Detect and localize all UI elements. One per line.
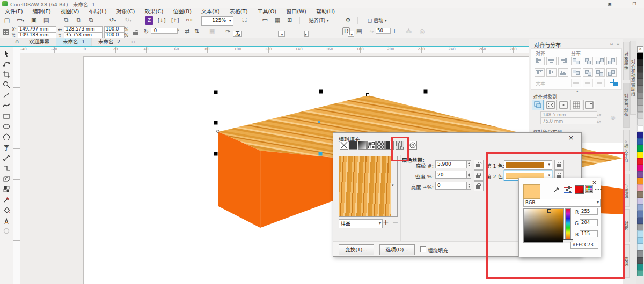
zoom-tool[interactable] [1, 80, 12, 91]
palette-swatch[interactable] [637, 86, 643, 92]
brightness-lock[interactable] [474, 181, 484, 191]
dialog-close-icon[interactable]: × [568, 134, 574, 141]
texture-preview-expander[interactable]: ▾ [391, 156, 398, 217]
distribute-spacing-h-button[interactable] [595, 57, 605, 65]
palette-swatch[interactable] [637, 92, 643, 99]
save-icon[interactable]: ▣ [29, 16, 39, 25]
drop-shadow-tool[interactable] [1, 174, 12, 184]
palette-swatch[interactable] [637, 125, 643, 132]
menu-item[interactable]: 对象(C) [112, 8, 140, 15]
texture-number-spinner[interactable] [466, 160, 471, 168]
palette-swatch[interactable] [637, 138, 643, 145]
text-wrap-icon[interactable]: ▤ [356, 28, 362, 35]
brightness-spinner[interactable] [466, 182, 471, 190]
close-curve-icon[interactable]: D [342, 27, 350, 35]
smart-fill-tool[interactable] [1, 226, 12, 237]
distribute-left-button[interactable] [571, 57, 581, 65]
palette-swatch[interactable] [637, 112, 643, 118]
x-position-input[interactable]: 149.797 mm [18, 26, 56, 32]
home-icon[interactable]: ⌂ [15, 38, 19, 45]
cut-icon[interactable]: ⧉ [61, 16, 71, 25]
texture-preview[interactable] [339, 156, 392, 217]
new-tab-button[interactable]: ▫ [129, 38, 138, 46]
copy-icon[interactable]: ⧉ [74, 16, 84, 25]
show-guidelines-icon[interactable]: ⊞ [285, 16, 295, 25]
distribute-middle-v-button[interactable] [583, 68, 593, 77]
redo-icon[interactable]: ↻▾ [122, 16, 135, 25]
tab-alignment-guides[interactable]: 对齐和动态辅助线 [630, 41, 636, 115]
menu-item[interactable]: 文本(X) [196, 8, 225, 15]
import-icon[interactable]: [↓] [156, 16, 167, 25]
open-icon[interactable]: ▭▾ [14, 16, 26, 25]
mesh-fill-tool[interactable] [1, 184, 12, 195]
palette-swatch[interactable] [637, 198, 643, 204]
palette-swatch[interactable] [637, 132, 643, 138]
transform-button[interactable]: 变换(T)... [339, 244, 374, 255]
menu-item[interactable]: 编辑(E) [28, 8, 56, 15]
palette-swatch[interactable] [637, 59, 643, 66]
uniform-fill-icon[interactable] [349, 141, 357, 150]
account-icon[interactable]: ▣ [604, 2, 615, 6]
top-node-handle[interactable] [367, 94, 369, 96]
show-grid-icon[interactable]: ▦ [273, 16, 282, 25]
texture-number-input[interactable]: 5,900 [435, 160, 467, 168]
align-to-grid-button[interactable] [570, 100, 582, 110]
palette-swatch[interactable] [637, 72, 643, 79]
snap-to-button[interactable]: 贴齐(T) ▾ [305, 16, 333, 25]
object-height-input[interactable]: 35.758 mm [64, 32, 103, 38]
mirror-vertical-icon[interactable]: ⇅ [194, 28, 199, 35]
undo-icon[interactable]: ↺▾ [106, 16, 119, 25]
menu-item[interactable]: 表格(T) [225, 8, 253, 15]
menu-item[interactable]: 视图(V) [56, 8, 84, 15]
palette-swatch[interactable] [637, 106, 643, 112]
tab-welcome-screen[interactable]: 欢迎屏幕 [23, 38, 56, 46]
palette-swatch[interactable] [637, 79, 643, 85]
no-fill-icon[interactable] [340, 141, 348, 150]
palette-swatch[interactable] [637, 204, 643, 211]
bitmap-pattern-icon[interactable] [376, 141, 385, 150]
palette-swatch[interactable] [637, 158, 643, 165]
palette-swatch[interactable] [637, 66, 643, 72]
tab-untitled-1[interactable]: 未命名 -1 [56, 38, 92, 46]
options-gear-icon[interactable]: ⚙ [343, 16, 353, 25]
align-x-input[interactable]: 148.5 mm [540, 111, 597, 118]
publish-pdf-icon[interactable]: PDF [183, 16, 196, 25]
palette-swatch[interactable] [637, 244, 643, 250]
distribute-bottom-button[interactable] [606, 68, 617, 77]
menu-item[interactable]: 窗口(W) [281, 8, 311, 15]
rectangle-tool[interactable] [1, 111, 12, 122]
outline-width-select[interactable]: 无▾ [233, 31, 242, 37]
menu-item[interactable]: 帮助(H) [311, 8, 340, 15]
align-left-button[interactable] [535, 57, 545, 65]
tab-untitled-2[interactable]: 未命名 -2 [92, 38, 127, 46]
distribute-right-button[interactable] [606, 57, 617, 65]
align-bottom-button[interactable] [558, 68, 568, 77]
start-arrow-select[interactable]: –▾ [278, 31, 285, 37]
add-texture-button[interactable]: + [383, 218, 389, 226]
palette-swatch[interactable] [637, 145, 643, 151]
plus-stepper-icon[interactable]: + [392, 27, 397, 35]
align-right-button[interactable] [558, 57, 568, 65]
wrap-fill-checkbox[interactable] [420, 246, 426, 252]
fountain-fill-icon[interactable] [358, 141, 367, 150]
y-position-input[interactable]: 109.183 mm [18, 32, 56, 38]
object-width-input[interactable]: 128.573 mm [64, 26, 103, 32]
docker-collapse-icon[interactable]: ▫ [610, 41, 613, 46]
scale-x-input[interactable]: 100.0 [104, 26, 125, 32]
palette-swatch[interactable] [637, 99, 643, 105]
remove-texture-button[interactable]: − [392, 218, 399, 226]
polygon-tool[interactable] [1, 132, 12, 143]
align-center-button[interactable] [546, 57, 557, 65]
artistic-media-tool[interactable] [1, 101, 12, 111]
restore-button[interactable]: ❐ [629, 2, 640, 6]
options-button[interactable]: 选项(O)... [379, 244, 415, 255]
palette-swatch[interactable] [637, 171, 643, 178]
zoom-level-select[interactable]: 125%▾ [201, 16, 233, 26]
density-lock[interactable] [474, 170, 484, 181]
ellipse-tool[interactable] [1, 122, 12, 132]
minimize-button[interactable]: — [617, 1, 627, 6]
scale-y-input[interactable]: 100.0 [104, 32, 125, 38]
rotation-angle-input[interactable]: .0 [151, 28, 178, 34]
menu-item[interactable]: 文件(F) [0, 8, 28, 15]
lock-ratio-icon[interactable] [132, 28, 138, 35]
